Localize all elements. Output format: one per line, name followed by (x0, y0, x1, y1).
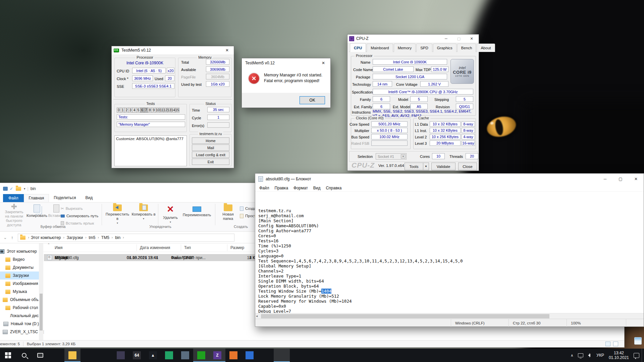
up-icon[interactable]: ↑ (11, 235, 13, 240)
taskbar-app[interactable] (274, 349, 290, 362)
socket-selector[interactable]: Socket #1 ▼ (376, 153, 407, 160)
tm5-site-button[interactable]: Exit (192, 159, 229, 165)
breadcrumb-item[interactable]: bin› (115, 235, 126, 240)
customize-box[interactable]: Customize: ABSOLUT(80%) @anta777 (114, 135, 187, 166)
menu-item[interactable]: Правка (272, 186, 291, 190)
maximize-icon[interactable]: ▢ (613, 174, 628, 184)
menu-item[interactable]: Файл (257, 186, 272, 190)
task-view-button[interactable] (32, 349, 48, 362)
search-button[interactable] (16, 349, 32, 362)
taskbar-app[interactable] (97, 349, 113, 362)
tm5-site-button[interactable]: Mail (192, 144, 229, 151)
file-row[interactable]: MT0.dll 04.08.2014 15:44 Расширение при.… (44, 254, 261, 261)
cpuz-titlebar[interactable]: CPU-Z ─ ▢ ✕ (347, 35, 479, 43)
taskbar-app[interactable] (161, 349, 177, 362)
taskbar-app[interactable]: Z (209, 349, 225, 362)
menu-item[interactable]: Справка (323, 186, 344, 190)
notepad-titlebar[interactable]: absolut80.cfg — Блокнот ─ ▢ ✕ (255, 174, 644, 184)
ribbon-tab[interactable]: Вид (80, 194, 97, 202)
cpuz-close-button[interactable]: Close (458, 163, 477, 170)
close-icon[interactable]: ✕ (465, 35, 478, 43)
copy-path-button[interactable]: Скопировать путь (61, 213, 98, 219)
hscroll-thumb[interactable] (261, 314, 549, 318)
breadcrumb-item[interactable]: Этот компьютер› (31, 235, 67, 240)
taskbar-app[interactable] (258, 349, 274, 362)
sidebar-item[interactable]: Новый том (D:) (0, 320, 39, 328)
sidebar-item[interactable]: Видео (0, 255, 39, 263)
move-to-button[interactable]: Переместить в▾ (105, 204, 130, 227)
testmem5-titlebar[interactable]: TestMem5 v0.12 ✕ (112, 46, 234, 54)
sidebar-item[interactable]: ZVER_X_LTSC (E: (0, 328, 39, 336)
volume-icon[interactable] (586, 354, 594, 357)
desktop-shortcut-icon[interactable] (634, 337, 642, 345)
column-type[interactable]: Тип (184, 245, 191, 250)
copy-button[interactable]: Копировать (26, 204, 48, 227)
close-icon[interactable]: ✕ (220, 46, 234, 54)
recent-locations-icon[interactable]: ⌄ (3, 235, 7, 240)
delete-button[interactable]: ✕ Удалить▾ (161, 204, 180, 227)
taskbar-app[interactable] (113, 349, 129, 362)
breadcrumb-item[interactable]: TM5› (101, 235, 115, 240)
taskbar-app[interactable] (177, 349, 193, 362)
minimize-icon[interactable]: ─ (597, 174, 613, 184)
taskbar-app[interactable]: 64 (129, 349, 145, 362)
taskbar-app[interactable] (290, 349, 306, 362)
breadcrumb-item[interactable]: tm5› (89, 235, 101, 240)
ribbon-tab[interactable]: Поделиться (49, 194, 80, 202)
sidebar-item[interactable]: Изображения (0, 280, 39, 288)
sidebar-scrollbar[interactable] (39, 243, 43, 340)
sidebar-item[interactable]: ❯ Этот компьютер (0, 247, 39, 255)
taskbar-app[interactable]: ▲ (145, 349, 161, 362)
menu-item[interactable]: Формат (291, 186, 311, 190)
taskbar-app[interactable] (64, 349, 80, 362)
tools-button[interactable]: Tools (405, 163, 423, 170)
minimize-icon[interactable]: ─ (440, 35, 452, 43)
close-icon[interactable]: ✕ (316, 58, 330, 68)
rename-button[interactable]: Переименовать (181, 204, 213, 227)
pin-quick-access-button[interactable]: ✚ Закрепить на панели быстрого доступа (3, 204, 25, 227)
taskbar-app[interactable] (48, 349, 64, 362)
start-button[interactable] (0, 349, 16, 362)
large-icons-view-icon[interactable] (613, 342, 618, 346)
error-dialog-titlebar[interactable]: TestMem5 v0.12 ✕ (242, 58, 330, 68)
breadcrumb[interactable]: › Этот компьютер›Загрузки›tm5›TM5›bin› (18, 234, 234, 242)
action-center-icon[interactable] (631, 353, 642, 358)
ok-button[interactable]: OK (300, 96, 325, 104)
sidebar-item[interactable]: Музыка (0, 288, 39, 296)
details-view-icon[interactable] (605, 342, 610, 346)
scroll-left-icon[interactable]: ◂ (256, 314, 258, 318)
close-icon[interactable]: ✕ (628, 174, 644, 184)
menu-item[interactable]: Вид (311, 186, 323, 190)
tray-expand-icon[interactable]: ∧ (568, 353, 576, 358)
cpuz-tab[interactable]: About (477, 44, 495, 52)
test-bit-button[interactable]: 15 (175, 108, 179, 113)
breadcrumb-item[interactable]: Загрузки› (67, 235, 89, 240)
cut-button[interactable]: ✂Вырезать (61, 205, 83, 212)
show-desktop-button[interactable] (642, 349, 644, 362)
sidebar-item[interactable]: Локальный дис... (0, 312, 39, 320)
language-indicator[interactable]: УКР (594, 353, 606, 358)
taskbar-app[interactable] (241, 349, 258, 362)
copy-to-button[interactable]: Копировать в▾ (131, 204, 156, 227)
qat-properties-icon[interactable]: ✓ (10, 186, 13, 191)
validate-button[interactable]: Validate (431, 163, 455, 170)
qat-folder-icon[interactable] (16, 187, 21, 191)
sidebar-item[interactable]: Документы (0, 263, 39, 272)
clock[interactable]: 13:4201.10.2021 (606, 351, 631, 360)
column-date[interactable]: Дата изменения (140, 245, 170, 250)
sidebar-item[interactable]: Рабочий стол (0, 304, 39, 312)
taskbar-app[interactable] (193, 349, 209, 362)
cpuz-tab[interactable]: Graphics (433, 44, 457, 52)
ribbon-tab[interactable]: Главная (24, 194, 49, 202)
cpuz-tab[interactable]: SPD (416, 44, 432, 52)
column-name[interactable]: Имя (55, 245, 62, 250)
tools-dropdown-icon[interactable]: ▼ (423, 163, 429, 170)
cpuz-tab[interactable]: Memory (394, 44, 416, 52)
qat-dropdown-icon[interactable]: ▾ (24, 187, 25, 190)
tm5-site-button[interactable]: Home (192, 137, 229, 144)
column-size[interactable]: Размер (230, 245, 244, 250)
taskbar-app[interactable] (80, 349, 97, 362)
sidebar-item[interactable]: Загрузки (0, 272, 39, 280)
taskbar-app[interactable] (225, 349, 241, 362)
tm5-site-button[interactable]: Load config & exit (192, 152, 229, 158)
